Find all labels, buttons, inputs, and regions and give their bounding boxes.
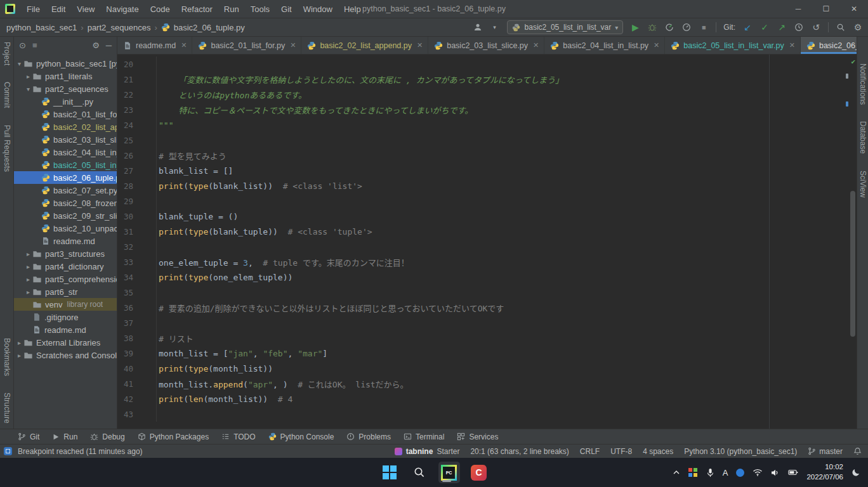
hide-panel-icon[interactable]: ─ <box>106 41 112 50</box>
tree-item[interactable]: ▸part3_structures <box>14 247 117 260</box>
line-number[interactable]: 25 <box>117 133 157 148</box>
collapse-all-icon[interactable]: ≡ <box>32 41 37 50</box>
tree-item[interactable]: ▸part1_literals <box>14 70 117 82</box>
tree-item[interactable]: venvlibrary root <box>14 298 117 311</box>
notifications-bell-icon[interactable] <box>853 447 862 455</box>
git-commit-button[interactable]: ✓ <box>760 22 770 32</box>
error-stripe-mark[interactable] <box>846 101 848 107</box>
code-line[interactable]: 20 <box>117 56 857 72</box>
code-line[interactable]: 27blank_list = [] <box>117 163 857 178</box>
code-line[interactable]: 22 というのはpythonあるあるです。 <box>117 87 857 102</box>
line-number[interactable]: 26 <box>117 148 157 163</box>
line-number[interactable]: 33 <box>117 254 157 269</box>
code-line[interactable]: 32 <box>117 239 857 254</box>
focus-assist-moon-icon[interactable] <box>852 468 860 477</box>
battery-icon[interactable] <box>788 469 798 476</box>
tool-window-button-bookmarks[interactable]: Bookmarks <box>3 338 11 376</box>
menu-navigate[interactable]: Navigate <box>101 3 143 16</box>
menu-code[interactable]: Code <box>145 3 175 16</box>
tool-window-button-sciview[interactable]: SciView <box>858 171 867 197</box>
git-push-button[interactable]: ↗ <box>777 22 787 32</box>
status-widget-utf-8[interactable]: UTF-8 <box>610 447 632 456</box>
line-number[interactable]: 28 <box>117 178 157 193</box>
editor-tab[interactable]: basic2_05_list_in_list_var.py✕ <box>665 37 801 54</box>
chevron-down-icon[interactable]: ▾ <box>24 86 32 93</box>
code-line[interactable]: 29 <box>117 193 857 209</box>
chevron-right-icon[interactable]: ▸ <box>24 250 32 257</box>
menu-tools[interactable]: Tools <box>246 3 275 16</box>
start-button[interactable] <box>379 462 400 483</box>
code-line[interactable]: 37 <box>117 315 857 330</box>
maximize-button[interactable]: ☐ <box>812 0 840 18</box>
tool-window-button-run[interactable]: Run <box>52 432 77 441</box>
editor-scrollbar[interactable] <box>849 55 857 429</box>
code-line[interactable]: 39month_list = ["jan", "feb", "mar"] <box>117 346 857 361</box>
status-widget-master[interactable]: master <box>808 447 843 456</box>
tree-item[interactable]: basic2_08_frozen_set.p <box>14 197 117 209</box>
code-line[interactable]: 33one_elem_tuple = 3, # tuple です。末尾のカンマに… <box>117 254 857 269</box>
tree-item[interactable]: basic2_05_list_in_list_v <box>14 159 117 171</box>
tool-window-button-python-packages[interactable]: Python Packages <box>138 432 209 441</box>
status-message[interactable]: Breakpoint reached (11 minutes ago) <box>18 447 143 456</box>
code-line[interactable]: 41month_list.append("apr", ) # これはOK。 li… <box>117 376 857 391</box>
line-number[interactable]: 21 <box>117 72 157 87</box>
code-line[interactable]: 30blank_tuple = () <box>117 209 857 224</box>
tree-item[interactable]: basic2_02_list_append. <box>14 120 117 133</box>
code-line[interactable]: 40print(type(month_list)) <box>117 361 857 376</box>
tree-item[interactable]: basic2_04_list_in_list.p <box>14 146 117 159</box>
wifi-icon[interactable] <box>753 469 763 476</box>
tree-item[interactable]: basic2_01_list_for.py <box>14 108 117 120</box>
taskbar-clipchamp-button[interactable]: C <box>468 462 490 483</box>
tab-close-icon[interactable]: ✕ <box>789 41 795 49</box>
taskbar-search-button[interactable] <box>409 462 430 483</box>
locate-file-icon[interactable]: ⊙ <box>19 41 26 50</box>
taskbar-clock[interactable]: 10:02 2022/07/06 <box>806 462 843 482</box>
widgets-icon[interactable] <box>688 468 698 477</box>
code-line[interactable]: 28print(type(blank_list)) # <class 'list… <box>117 178 857 193</box>
chevron-right-icon[interactable]: ▸ <box>24 263 32 270</box>
menu-edit[interactable]: Edit <box>46 3 70 16</box>
scrollbar-thumb[interactable] <box>850 191 855 337</box>
line-number[interactable]: 43 <box>117 406 157 422</box>
tool-window-button-services[interactable]: Services <box>457 432 498 441</box>
tool-window-button-structure[interactable]: Structure <box>3 393 11 424</box>
tree-item[interactable]: ▸Scratches and Consoles <box>14 349 117 361</box>
tool-window-button-project[interactable]: Project <box>3 42 11 65</box>
menu-run[interactable]: Run <box>219 3 244 16</box>
tree-item[interactable]: ▸part5_comprehension <box>14 273 117 285</box>
code-line[interactable]: 34print(type(one_elem_tuple)) <box>117 269 857 285</box>
tree-item[interactable]: readme.md <box>14 235 117 247</box>
tool-window-button-git[interactable]: Git <box>18 432 39 441</box>
microphone-icon[interactable] <box>706 468 714 477</box>
code-line[interactable]: 43 <box>117 406 857 422</box>
tree-item[interactable]: readme.md <box>14 323 117 336</box>
code-line[interactable]: 35 <box>117 285 857 300</box>
tree-item[interactable]: ▾python_basic_sec1 [python_b <box>14 57 117 70</box>
code-line[interactable]: 36# 要素の追加/削除ができないこと以外はリストとほぼ同じと思っておいていただ… <box>117 300 857 315</box>
line-number[interactable]: 24 <box>117 117 157 133</box>
tree-item[interactable]: __init__.py <box>14 95 117 108</box>
menu-help[interactable]: Help <box>339 3 366 16</box>
line-number[interactable]: 34 <box>117 269 157 285</box>
code-line[interactable]: 21 「変数に数値や文字列を格納しようとしたのに、文の末尾に , カンマがあって… <box>117 72 857 87</box>
tab-close-icon[interactable]: ✕ <box>181 41 187 49</box>
menu-git[interactable]: Git <box>276 3 297 16</box>
error-stripe-mark[interactable] <box>846 74 848 79</box>
tab-close-icon[interactable]: ✕ <box>417 41 423 49</box>
tool-window-button-pull-requests[interactable]: Pull Requests <box>3 125 11 172</box>
inspections-ok-icon[interactable]: ✔ <box>851 58 855 66</box>
line-number[interactable]: 39 <box>117 346 157 361</box>
menu-file[interactable]: File <box>22 3 45 16</box>
settings-gear-icon[interactable]: ⚙ <box>853 22 863 32</box>
chevron-down-icon[interactable]: ▾ <box>15 60 23 67</box>
line-number[interactable]: 27 <box>117 163 157 178</box>
editor-tab[interactable]: readme.md✕ <box>117 37 192 54</box>
code-line[interactable]: 23 特に、コピー＆ペーストで文や変数をもってきたときにやってしまいがちです。 <box>117 102 857 117</box>
line-number[interactable]: 41 <box>117 376 157 391</box>
code-line[interactable]: 31print(type(blank_tuple)) # <class 'tup… <box>117 224 857 239</box>
history-button[interactable] <box>794 22 804 32</box>
line-number[interactable]: 35 <box>117 285 157 300</box>
line-number[interactable]: 40 <box>117 361 157 376</box>
breadcrumb-item[interactable]: part2_sequences <box>88 23 151 32</box>
tree-item[interactable]: ▸External Libraries <box>14 336 117 349</box>
